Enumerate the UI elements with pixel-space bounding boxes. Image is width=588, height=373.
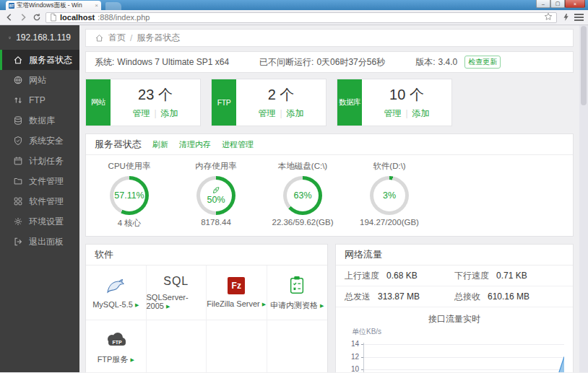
open-arrow-icon: ▶ — [135, 302, 139, 307]
server-status-title: 服务器状态 — [95, 138, 142, 151]
sql-text-icon: SQL — [163, 275, 189, 288]
folder-icon — [13, 176, 23, 186]
sidebar-item-software[interactable]: 软件管理 — [0, 191, 79, 211]
software-item-beta[interactable]: 申请内测资格 ▶ — [267, 266, 328, 320]
process-manager-link[interactable]: 进程管理 — [222, 139, 254, 150]
gauge-disk-c: 本地磁盘(C:\) 63% 22.36/59.62(GB) — [259, 161, 346, 229]
scrollbar-thumb[interactable] — [581, 26, 587, 105]
database-count: 10 个 — [389, 85, 424, 105]
browser-tab[interactable]: BT 宝塔Windows面板 - Win × — [6, 1, 101, 10]
add-website-link[interactable]: 添加 — [161, 108, 178, 118]
system-info: 系统:Windows 7 Ultimate SP1 x64 — [95, 56, 229, 69]
open-arrow-icon: ▶ — [320, 303, 324, 308]
address-bar[interactable]: localhost:888/index.php — [46, 12, 557, 23]
software-panel: 软件 MySQL-5.5 ▶ SQL SQLServer-2005 ▶ Fz — [85, 244, 328, 372]
browser-menu-icon[interactable] — [574, 14, 584, 21]
sidebar-item-files[interactable]: 文件管理 — [0, 171, 79, 191]
window-minimize-button[interactable]: – — [536, 0, 550, 8]
breadcrumb-current: 服务器状态 — [137, 32, 180, 44]
database-icon — [13, 115, 23, 126]
card-ftp: FTP 2 个 管理|添加 — [211, 79, 327, 126]
home-icon — [95, 33, 104, 43]
beta-checklist-icon — [287, 275, 306, 295]
gear-icon — [13, 216, 23, 227]
window-close-button[interactable]: × — [565, 0, 585, 8]
back-icon[interactable] — [4, 12, 14, 22]
network-title: 网络流量 — [345, 248, 382, 261]
sidebar-item-server-status[interactable]: 服务器状态 — [0, 50, 79, 70]
breadcrumb: 首页 / 服务器状态 — [85, 29, 574, 47]
total-received: 610.16 MB — [488, 291, 529, 302]
open-arrow-icon: ▶ — [166, 304, 170, 309]
add-database-link[interactable]: 添加 — [412, 108, 430, 118]
sidebar-item-websites[interactable]: 网站 — [0, 70, 79, 90]
sidebar-item-logout[interactable]: 退出面板 — [0, 232, 79, 252]
forward-icon[interactable] — [18, 12, 28, 22]
software-item-mysql[interactable]: MySQL-5.5 ▶ — [86, 266, 147, 320]
system-info-bar: 系统:Windows 7 Ultimate SP1 x64 已不间断运行:0天0… — [85, 51, 574, 73]
sidebar-item-ftp[interactable]: FTP — [0, 90, 79, 110]
sidebar: 192.168.1.119 服务器状态 网站 FTP 数据库 系统安全 — [0, 25, 79, 372]
software-item-ftp-service[interactable]: FTP FTP服务 ▶ — [86, 320, 147, 372]
check-update-button[interactable]: 检查更新 — [464, 56, 501, 69]
traffic-chart: 14121086420 — [343, 340, 566, 372]
tab-favicon-bt-icon: BT — [9, 3, 14, 9]
calendar-icon — [13, 156, 23, 166]
rocket-icon — [212, 186, 220, 195]
url-host: localhost — [60, 13, 95, 22]
browser-window: BT 宝塔Windows面板 - Win × – ▢ × localhost:8… — [0, 0, 588, 373]
server-status-panel: 服务器状态 刷新 清理内存 进程管理 CPU使用率 57.11% 4 核心 内存… — [85, 133, 574, 237]
add-ftp-link[interactable]: 添加 — [287, 108, 304, 118]
extension-icon[interactable] — [561, 12, 571, 22]
page-scrollbar[interactable] — [579, 25, 588, 372]
refresh-icon[interactable] — [32, 12, 42, 22]
software-item-filezilla[interactable]: Fz FileZilla Server ▶ — [207, 266, 267, 320]
browser-titlebar: BT 宝塔Windows面板 - Win × – ▢ × — [0, 0, 588, 10]
card-websites: 网站 23 个 管理|添加 — [85, 79, 201, 126]
sidebar-item-settings[interactable]: 环境设置 — [0, 211, 79, 232]
clean-memory-link[interactable]: 清理内存 — [179, 139, 211, 150]
version-info: 版本:3.4.0 检查更新 — [415, 56, 501, 69]
globe-icon — [13, 75, 23, 85]
bookmark-star-icon[interactable] — [544, 12, 553, 22]
open-arrow-icon: ▶ — [262, 302, 266, 307]
gauges-row: CPU使用率 57.11% 4 核心 内存使用率 50% 8178.44 本地磁… — [86, 155, 573, 236]
speed-row: 上行速度0.68 KB 下行速度0.71 KB — [336, 266, 573, 286]
total-row: 总发送313.87 MB 总接收610.16 MB — [336, 286, 573, 307]
ftp-count: 2 个 — [268, 85, 295, 105]
card-database: 数据库 10 个 管理|添加 — [337, 79, 452, 126]
tab-title: 宝塔Windows面板 - Win — [17, 1, 92, 10]
sidebar-item-security[interactable]: 系统安全 — [0, 131, 79, 151]
sidebar-item-database[interactable]: 数据库 — [0, 110, 79, 131]
manage-ftp-link[interactable]: 管理 — [258, 108, 275, 118]
card-tag: 网站 — [86, 79, 111, 126]
svg-text:FTP: FTP — [113, 339, 123, 344]
manage-websites-link[interactable]: 管理 — [132, 108, 150, 118]
card-tag: FTP — [212, 79, 236, 126]
software-title: 软件 — [95, 248, 113, 261]
filezilla-icon: Fz — [228, 277, 245, 294]
gauge-memory: 内存使用率 50% 8178.44 — [173, 161, 259, 229]
software-item-sqlserver[interactable]: SQL SQLServer-2005 ▶ — [147, 266, 207, 320]
mysql-dolphin-icon — [105, 276, 126, 295]
refresh-link[interactable]: 刷新 — [152, 139, 168, 150]
chart-title: 接口流量实时 — [336, 313, 573, 325]
breadcrumb-separator: / — [130, 33, 132, 43]
ftp-transfer-icon — [13, 95, 23, 105]
grid-icon — [13, 196, 23, 206]
page-icon — [50, 13, 57, 22]
gauge-cpu: CPU使用率 57.11% 4 核心 — [86, 161, 173, 229]
new-tab-button[interactable] — [105, 2, 121, 10]
window-maximize-button[interactable]: ▢ — [550, 0, 565, 8]
uptime-info: 已不间断运行:0天06时37分56秒 — [259, 56, 385, 69]
upload-speed: 0.68 KB — [386, 271, 418, 281]
manage-database-link[interactable]: 管理 — [384, 108, 401, 118]
gauge-disk-d: 软件(D:\) 3% 194.27/200(GB) — [346, 161, 433, 229]
home-icon — [13, 55, 23, 65]
tab-close-icon[interactable]: × — [95, 3, 98, 9]
breadcrumb-home[interactable]: 首页 — [108, 32, 126, 44]
software-cell-empty — [207, 320, 267, 372]
sidebar-item-cron[interactable]: 计划任务 — [0, 151, 79, 171]
chart-unit-label: 单位KB/s — [352, 327, 573, 337]
stat-cards-row: 网站 23 个 管理|添加 FTP 2 个 管理|添加 数据库 — [85, 79, 574, 126]
